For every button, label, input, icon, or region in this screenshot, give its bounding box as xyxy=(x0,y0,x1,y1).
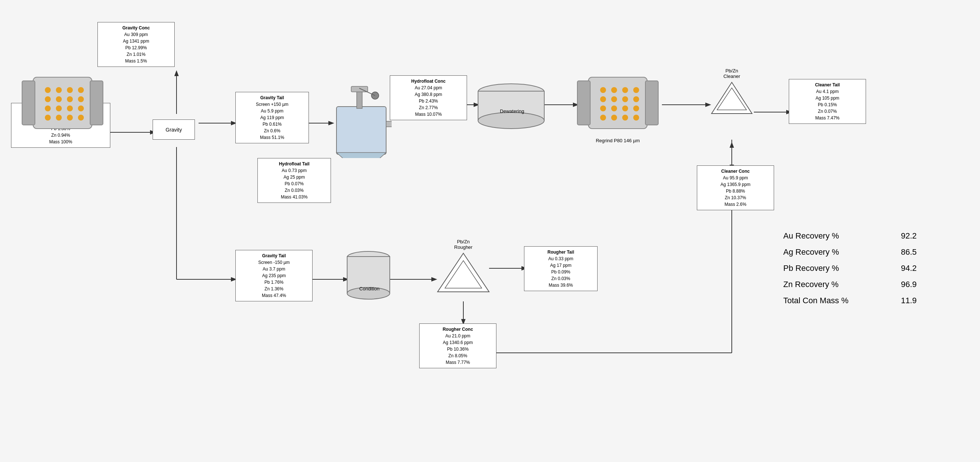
svg-point-60 xyxy=(611,105,617,111)
pbzn-rougher-box: Pb/Zn Rougher xyxy=(436,239,491,297)
pb-recovery-label: Pb Recovery % xyxy=(783,260,879,276)
svg-rect-21 xyxy=(90,81,103,125)
rougher-conc-ag: Ag 1340.6 ppm xyxy=(443,340,473,345)
au-recovery-row: Au Recovery % 92.2 xyxy=(783,228,917,244)
hydrofloat-tail-title: Hydrofloat Tail xyxy=(279,161,309,167)
svg-marker-44 xyxy=(336,152,386,158)
rougher-tail-zn: Zn 0.03% xyxy=(551,276,570,281)
svg-rect-50 xyxy=(645,81,658,125)
pb-recovery-row: Pb Recovery % 94.2 xyxy=(783,260,917,276)
svg-point-53 xyxy=(622,87,628,93)
rougher-conc-box: Rougher Conc Au 21.0 ppm Ag 1340.6 ppm P… xyxy=(419,324,496,368)
cleaner-tail-mass: Mass 7.47% xyxy=(815,116,840,121)
gravity-conc-mass: Mass 1.5% xyxy=(125,59,147,64)
gravity-conc-title: Gravity Conc xyxy=(123,25,150,30)
gravity-label: Gravity xyxy=(165,127,182,133)
cleaner-conc-ag: Ag 1365.9 ppm xyxy=(721,182,750,187)
svg-point-63 xyxy=(600,115,606,121)
svg-point-64 xyxy=(611,115,617,121)
gravity-tail-lower-title: Gravity Tail xyxy=(262,253,286,259)
zn-recovery-label: Zn Recovery % xyxy=(783,276,879,292)
svg-point-24 xyxy=(67,87,73,93)
rougher-tail-ag: Ag 17 ppm xyxy=(550,263,571,268)
mill-drum-icon xyxy=(18,70,107,136)
gravity-conc-au: Au 309 ppm xyxy=(124,32,148,37)
zn-recovery-value: 96.9 xyxy=(901,276,917,292)
svg-point-52 xyxy=(611,87,617,93)
zn-recovery-row: Zn Recovery % 96.9 xyxy=(783,276,917,292)
hydrofloat-conc-box: Hydrofloat Conc Au 27.04 ppm Ag 380.8 pp… xyxy=(390,75,467,120)
recovery-table: Au Recovery % 92.2 Ag Recovery % 86.5 Pb… xyxy=(783,228,917,309)
rougher-tail-mass: Mass 39.6% xyxy=(549,283,573,288)
gravity-tail-lower-au: Au 3.7 ppm xyxy=(262,267,285,271)
total-con-mass-value: 11.9 xyxy=(901,292,917,309)
hydrofloat-conc-ag: Ag 380.8 ppm xyxy=(415,92,442,97)
rougher-conc-title: Rougher Conc xyxy=(443,327,473,332)
svg-rect-49 xyxy=(578,81,590,125)
svg-point-47 xyxy=(478,113,544,129)
gravity-tail-upper-zn: Zn 0.6% xyxy=(264,128,281,133)
rougher-conc-pb: Pb 10.36% xyxy=(447,346,469,352)
svg-point-56 xyxy=(611,96,617,102)
svg-point-28 xyxy=(67,96,73,102)
cleaner-conc-mass: Mass 2.6% xyxy=(724,202,746,207)
svg-point-59 xyxy=(600,105,606,111)
hydrofloat-tail-pb: Pb 0.07% xyxy=(285,181,304,186)
gravity-tail-lower-mass: Mass 47.4% xyxy=(262,293,286,298)
svg-rect-20 xyxy=(22,81,35,125)
pb-recovery-value: 94.2 xyxy=(901,260,917,276)
gravity-conc-zn: Zn 1.01% xyxy=(127,52,145,57)
svg-point-30 xyxy=(45,105,51,111)
hydrofloat-conc-title: Hydrofloat Conc xyxy=(411,79,445,84)
gravity-tail-upper-title: Gravity Tail xyxy=(260,95,284,100)
gravity-tail-upper-screen: Screen +150 µm xyxy=(256,102,289,107)
gravity-tail-upper-box: Gravity Tail Screen +150 µm Au 5.9 ppm A… xyxy=(235,92,309,143)
cleaner-triangle-icon xyxy=(710,81,754,117)
svg-point-55 xyxy=(600,96,606,102)
cleaner-conc-zn: Zn 10.37% xyxy=(725,195,746,200)
hydrofloat-tail-box: Hydrofloat Tail Au 0.73 ppm Ag 25 ppm Pb… xyxy=(258,158,331,203)
cleaner-conc-title: Cleaner Conc xyxy=(721,169,749,174)
total-con-mass-row: Total Con Mass % 11.9 xyxy=(783,292,917,309)
au-recovery-value: 92.2 xyxy=(901,228,917,244)
rougher-conc-mass: Mass 7.77% xyxy=(446,360,470,365)
pbzn-cleaner-box: Pb/Zn Cleaner xyxy=(710,68,754,118)
svg-point-26 xyxy=(45,96,51,102)
gravity-tail-lower-box: Gravity Tail Screen -150 µm Au 3.7 ppm A… xyxy=(235,250,313,302)
svg-point-62 xyxy=(633,105,639,111)
svg-marker-72 xyxy=(438,253,489,292)
rougher-triangle-icon xyxy=(436,251,491,295)
svg-rect-48 xyxy=(589,77,647,129)
svg-point-61 xyxy=(622,105,628,111)
svg-point-57 xyxy=(622,96,628,102)
cleaner-conc-pb: Pb 8.88% xyxy=(726,189,745,194)
gravity-conc-box: Gravity Conc Au 309 ppm Ag 1341 ppm Pb 1… xyxy=(97,22,175,67)
condition-label: Condition xyxy=(347,286,392,292)
svg-point-65 xyxy=(622,115,628,121)
rougher-conc-zn: Zn 8.05% xyxy=(448,353,467,358)
hydrofloat-tail-zn: Zn 0.03% xyxy=(285,188,303,193)
cleaner-conc-box: Cleaner Conc Au 95.9 ppm Ag 1365.9 ppm P… xyxy=(697,165,774,210)
hydrofloat-tail-ag: Ag 25 ppm xyxy=(283,175,305,180)
regrind-mill-icon xyxy=(574,70,662,136)
cleaner-tail-pb: Pb 0.15% xyxy=(818,102,837,107)
conditioner-tank-icon xyxy=(346,250,391,307)
svg-point-25 xyxy=(78,87,84,93)
svg-point-51 xyxy=(600,87,606,93)
svg-point-58 xyxy=(633,96,639,102)
ag-recovery-value: 86.5 xyxy=(901,244,917,260)
gravity-tail-lower-screen: Screen -150 µm xyxy=(258,260,290,265)
hydrofloat-cell-icon xyxy=(331,84,391,158)
dewatering-tank-icon xyxy=(476,81,546,132)
total-con-mass-label: Total Con Mass % xyxy=(783,292,879,309)
hydrofloat-conc-pb: Pb 2.43% xyxy=(419,98,438,104)
svg-point-27 xyxy=(56,96,62,102)
svg-point-32 xyxy=(67,105,73,111)
svg-point-33 xyxy=(78,105,84,111)
hydrofloat-tail-au: Au 0.73 ppm xyxy=(282,168,307,173)
rougher-tail-box: Rougher Tail Au 0.33 ppm Ag 17 ppm Pb 0.… xyxy=(524,246,598,291)
svg-point-37 xyxy=(78,115,84,121)
au-recovery-label: Au Recovery % xyxy=(783,228,879,244)
svg-rect-38 xyxy=(336,106,386,154)
gravity-box: Gravity xyxy=(153,119,195,140)
